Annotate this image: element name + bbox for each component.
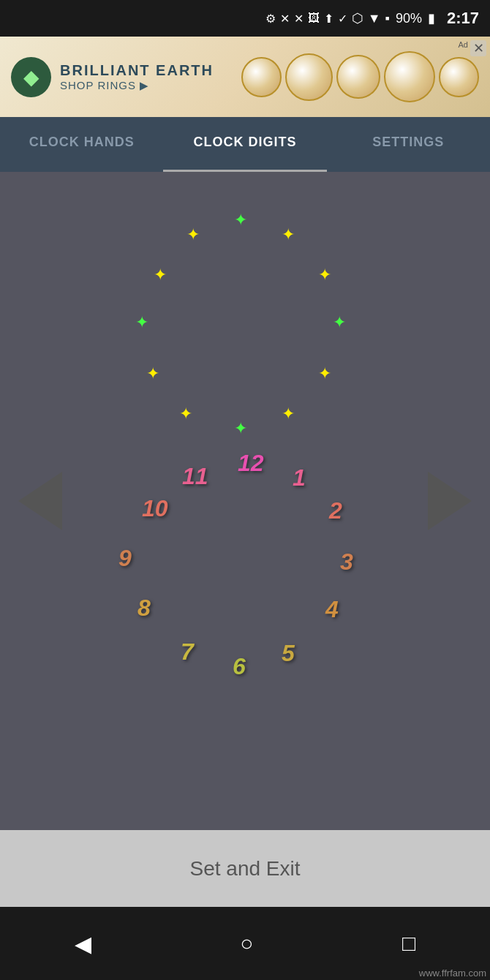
clock-digit-9[interactable]: 9 bbox=[118, 545, 132, 572]
star-s7: ✦ bbox=[333, 314, 346, 331]
prev-arrow-button[interactable] bbox=[15, 472, 66, 530]
star-s9: ✦ bbox=[318, 366, 331, 382]
clock-digit-10[interactable]: 10 bbox=[142, 495, 168, 522]
ring-1 bbox=[241, 57, 282, 97]
clock-digit-2[interactable]: 2 bbox=[329, 497, 342, 524]
image-icon: 🖼 bbox=[308, 12, 320, 25]
bottom-bar: Set and Exit bbox=[0, 830, 490, 907]
star-s6: ✦ bbox=[135, 314, 148, 331]
logo-icon: ◆ bbox=[23, 65, 39, 89]
brand-logo: ◆ bbox=[11, 57, 51, 97]
star-s12: ✦ bbox=[234, 421, 247, 437]
settings-icon: ⚙ bbox=[265, 12, 276, 26]
close-ad-button[interactable]: ✕ bbox=[470, 40, 486, 56]
star-s2: ✦ bbox=[186, 227, 200, 243]
ring-5 bbox=[439, 57, 479, 97]
clock-digit-1[interactable]: 1 bbox=[293, 464, 306, 491]
ring-4 bbox=[384, 51, 435, 102]
clock-digit-3[interactable]: 3 bbox=[340, 549, 353, 576]
right-arrow-icon bbox=[428, 472, 472, 530]
tab-clock-digits-label: CLOCK DIGITS bbox=[193, 135, 296, 150]
clock-digit-7[interactable]: 7 bbox=[181, 638, 194, 666]
ad-banner: ◆ BRILLIANT EARTH SHOP RINGS ▶ Ad ✕ bbox=[0, 37, 490, 117]
left-arrow-icon bbox=[18, 472, 62, 530]
rings-images bbox=[241, 51, 479, 102]
time-display: 2:17 bbox=[447, 9, 479, 28]
shop-text: SHOP RINGS ▶ bbox=[60, 79, 214, 92]
brand-section: ◆ BRILLIANT EARTH SHOP RINGS ▶ bbox=[11, 57, 214, 97]
ring-2 bbox=[285, 53, 333, 101]
star-s3: ✦ bbox=[282, 227, 295, 243]
ad-label: Ad bbox=[459, 40, 468, 49]
tab-clock-hands-label: CLOCK HANDS bbox=[29, 135, 135, 150]
tabs-bar: CLOCK HANDS CLOCK DIGITS SETTINGS bbox=[0, 117, 490, 172]
watermark: www.ffrfam.com bbox=[419, 968, 486, 979]
home-nav-button[interactable]: ○ bbox=[240, 931, 253, 956]
clock-digit-8[interactable]: 8 bbox=[137, 595, 151, 622]
clock-digit-12[interactable]: 12 bbox=[238, 450, 264, 477]
star-s10: ✦ bbox=[179, 406, 192, 422]
cross2-icon: ✕ bbox=[294, 12, 304, 26]
tab-clock-hands[interactable]: CLOCK HANDS bbox=[0, 117, 163, 172]
navigation-bar: ◀ ○ □ bbox=[0, 907, 490, 980]
clock-digit-5[interactable]: 5 bbox=[282, 640, 295, 667]
star-s8: ✦ bbox=[146, 366, 159, 382]
set-exit-button[interactable]: Set and Exit bbox=[190, 857, 301, 881]
star-s1: ✦ bbox=[234, 212, 247, 228]
clock-area: ✦✦✦✦✦✦✦✦✦✦✦✦121234567891011 bbox=[0, 172, 490, 830]
recents-nav-button[interactable]: □ bbox=[402, 931, 415, 956]
tab-settings-label: SETTINGS bbox=[372, 135, 444, 150]
battery-icon: ▮ bbox=[428, 10, 435, 26]
star-s11: ✦ bbox=[282, 406, 295, 422]
tab-clock-digits[interactable]: CLOCK DIGITS bbox=[163, 117, 326, 172]
ring-3 bbox=[336, 55, 380, 99]
signal-icon: ▪ bbox=[385, 11, 390, 26]
upload-icon: ⬆ bbox=[324, 12, 333, 26]
wifi-icon: ▼ bbox=[368, 11, 381, 26]
battery-percentage: 90% bbox=[396, 11, 422, 26]
clock-digit-11[interactable]: 11 bbox=[182, 463, 208, 490]
check-icon: ✓ bbox=[338, 12, 347, 26]
brand-text-block: BRILLIANT EARTH SHOP RINGS ▶ bbox=[60, 62, 214, 92]
brand-name: BRILLIANT EARTH bbox=[60, 62, 214, 79]
star-s5: ✦ bbox=[318, 267, 331, 283]
star-s4: ✦ bbox=[154, 267, 167, 283]
next-arrow-button[interactable] bbox=[424, 472, 475, 530]
status-bar: ⚙ ✕ ✕ 🖼 ⬆ ✓ ⬡ ▼ ▪ 90% ▮ 2:17 bbox=[0, 0, 490, 37]
tab-settings[interactable]: SETTINGS bbox=[327, 117, 490, 172]
status-icons: ⚙ ✕ ✕ 🖼 ⬆ ✓ ⬡ ▼ ▪ bbox=[265, 10, 390, 26]
cross-icon: ✕ bbox=[280, 12, 290, 26]
bluetooth-icon: ⬡ bbox=[352, 10, 363, 26]
back-nav-button[interactable]: ◀ bbox=[75, 931, 91, 957]
clock-digit-4[interactable]: 4 bbox=[325, 596, 339, 623]
clock-digit-6[interactable]: 6 bbox=[233, 653, 246, 680]
